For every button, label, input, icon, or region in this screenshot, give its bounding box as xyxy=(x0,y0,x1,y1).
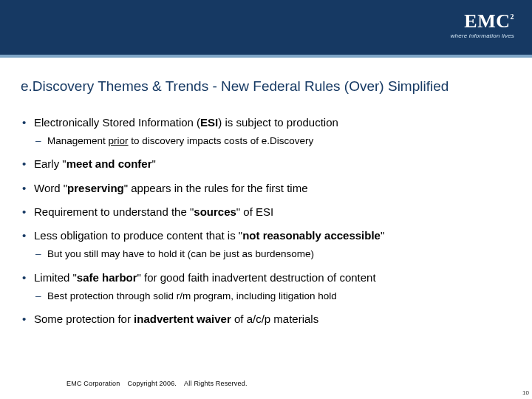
text: Word " xyxy=(34,182,67,194)
emc-logo: EMC2 xyxy=(451,12,514,31)
text: Early " xyxy=(34,157,66,170)
sub-list: Best protection through solid r/m progra… xyxy=(34,290,511,303)
text: to discovery impacts costs of e.Discover… xyxy=(129,135,314,146)
footer-company: EMC Corporation xyxy=(66,380,120,387)
text: Some protection for xyxy=(34,313,134,325)
sub-management-prior: Management prior to discovery impacts co… xyxy=(34,134,511,148)
text-bold: safe harbor xyxy=(77,271,137,284)
content-area: e.Discovery Themes & Trends - New Federa… xyxy=(0,58,532,327)
bullet-sources: Requirement to understand the "sources" … xyxy=(21,205,511,219)
text: " of ESI xyxy=(236,205,273,218)
text-underline: prior xyxy=(109,135,129,146)
text: Requirement to understand the " xyxy=(34,205,194,218)
header-bar: EMC2 where information lives xyxy=(0,0,532,55)
text-bold: meet and confer xyxy=(66,157,152,170)
bullet-list: Electronically Stored Information (ESI) … xyxy=(21,115,511,327)
text: Limited " xyxy=(34,271,77,284)
sub-best-protection: Best protection through solid r/m progra… xyxy=(34,290,511,303)
footer-copyright: Copyright 2006. xyxy=(128,380,177,387)
text: Management xyxy=(47,135,109,146)
bullet-inadvertent-waiver: Some protection for inadvertent waiver o… xyxy=(21,312,511,327)
slide-title: e.Discovery Themes & Trends - New Federa… xyxy=(21,78,511,95)
text-bold: inadvertent waiver xyxy=(134,313,231,325)
sub-list: But you still may have to hold it (can b… xyxy=(34,248,511,261)
text: " xyxy=(381,229,384,242)
text: Electronically Stored Information ( xyxy=(34,116,200,129)
text-bold: sources xyxy=(194,205,236,218)
bullet-not-accessible: Less obligation to produce content that … xyxy=(21,228,511,261)
text: Less obligation to produce content that … xyxy=(34,229,242,242)
text-bold: preserving xyxy=(67,182,124,194)
bullet-meet-confer: Early "meet and confer" xyxy=(21,157,511,171)
text-bold: ESI xyxy=(200,116,218,129)
text: ) is subject to production xyxy=(218,116,338,129)
text: " appears in the rules for the first tim… xyxy=(124,182,308,194)
brand-block: EMC2 where information lives xyxy=(451,12,514,39)
text: " for good faith inadvertent destruction… xyxy=(137,271,376,284)
footer-rights: All Rights Reserved. xyxy=(184,380,248,387)
bullet-safe-harbor: Limited "safe harbor" for good faith ina… xyxy=(21,270,511,303)
logo-superscript: 2 xyxy=(511,13,515,21)
text: " xyxy=(152,157,156,170)
footer: EMC CorporationCopyright 2006.All Rights… xyxy=(66,380,248,387)
logo-text: EMC xyxy=(464,10,510,32)
text-bold: not reasonably accessible xyxy=(242,229,381,242)
bullet-esi: Electronically Stored Information (ESI) … xyxy=(21,115,511,148)
slide: EMC2 where information lives e.Discovery… xyxy=(0,0,532,399)
page-number: 10 xyxy=(522,389,529,396)
sub-list: Management prior to discovery impacts co… xyxy=(34,134,511,148)
bullet-preserving: Word "preserving" appears in the rules f… xyxy=(21,181,511,196)
sub-still-hold: But you still may have to hold it (can b… xyxy=(34,248,511,261)
text: of a/c/p materials xyxy=(231,313,318,325)
brand-tagline: where information lives xyxy=(451,33,514,39)
